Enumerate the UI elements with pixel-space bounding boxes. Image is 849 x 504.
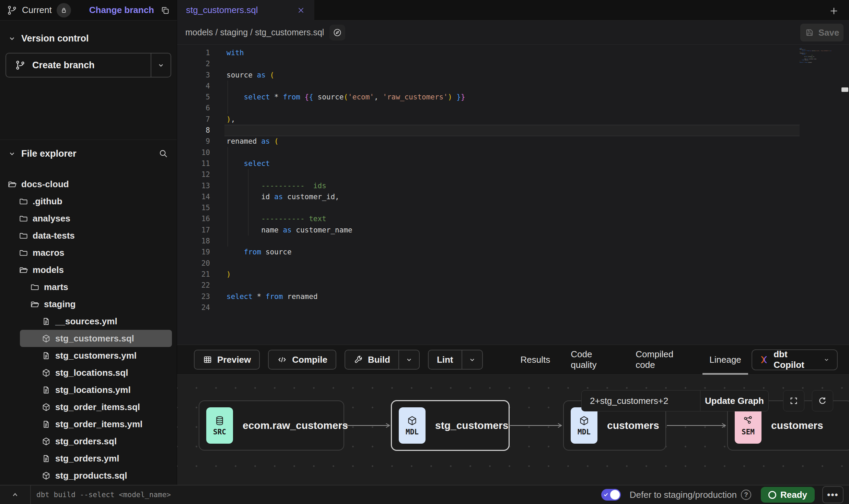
code-line-10[interactable]: 10 xyxy=(177,147,849,158)
tree-item-data-tests[interactable]: data-tests xyxy=(0,227,177,244)
folder-icon xyxy=(19,231,28,240)
preview-button[interactable]: Preview xyxy=(194,350,260,370)
line-number: 5 xyxy=(177,92,210,103)
code-line-12[interactable]: 12 xyxy=(177,169,849,180)
code-line-2[interactable]: 2 xyxy=(177,58,849,69)
new-tab-button[interactable] xyxy=(827,4,841,18)
tree-item-marts[interactable]: marts xyxy=(0,278,177,296)
code-line-5[interactable]: 5 select * from {{ source('ecom', 'raw_c… xyxy=(177,92,849,103)
line-number: 10 xyxy=(177,147,210,158)
code-line-23[interactable]: 23select * from renamed xyxy=(177,291,849,302)
lineage-node-ecom-raw-customers[interactable]: SRCecom.raw_customers xyxy=(199,400,344,451)
ready-status-badge[interactable]: Ready xyxy=(761,487,815,503)
fullscreen-icon xyxy=(789,396,799,406)
lineage-filter-input[interactable]: 2+stg_customers+2 xyxy=(581,390,700,411)
more-options-button[interactable]: ••• xyxy=(822,486,844,503)
tree-item-stg-products-sql[interactable]: stg_products.sql xyxy=(0,467,177,484)
tree-item-stg-order-items-yml[interactable]: stg_order_items.yml xyxy=(0,416,177,433)
fullscreen-button[interactable] xyxy=(783,390,804,411)
tree-item-stg-customers-yml[interactable]: stg_customers.yml xyxy=(0,347,177,364)
code-line-11[interactable]: 11 select xyxy=(177,158,849,169)
code-line-16[interactable]: 16 ---------- text xyxy=(177,213,849,224)
folder-icon xyxy=(30,283,39,292)
version-control-section: Version control Create branch xyxy=(0,21,177,140)
lint-dropdown[interactable] xyxy=(462,350,482,369)
tab-compiled-code[interactable]: Compiled code xyxy=(625,345,699,375)
code-line-13[interactable]: 13 ---------- ids xyxy=(177,180,849,191)
code-line-1[interactable]: 1with xyxy=(177,47,849,58)
lineage-edge xyxy=(345,423,391,428)
code-editor[interactable]: 1with23source as (45 select * from {{ so… xyxy=(177,45,849,345)
create-branch-main[interactable]: Create branch xyxy=(6,53,151,77)
code-line-14[interactable]: 14 id as customer_id, xyxy=(177,191,849,202)
line-content: ) xyxy=(210,269,231,280)
copy-branch-icon[interactable] xyxy=(160,5,170,15)
tree-item--sources-yml[interactable]: __sources.yml xyxy=(0,313,177,330)
lint-button[interactable]: Lint xyxy=(428,350,483,370)
code-line-20[interactable]: 20 xyxy=(177,258,849,269)
copilot-compass-button[interactable] xyxy=(329,25,345,40)
tree-item-analyses[interactable]: analyses xyxy=(0,210,177,227)
tab-lineage[interactable]: Lineage xyxy=(699,345,752,375)
command-input[interactable]: dbt build --select <model_name> xyxy=(36,491,171,499)
tree-item-label: models xyxy=(33,265,64,275)
create-branch-button[interactable]: Create branch xyxy=(5,53,171,77)
tree-item--github[interactable]: .github xyxy=(0,193,177,210)
update-graph-button[interactable]: Update Graph xyxy=(700,390,769,411)
chevron-down-icon xyxy=(157,61,165,69)
code-line-8[interactable]: 8 xyxy=(177,125,849,136)
tree-item-stg-locations-sql[interactable]: stg_locations.sql xyxy=(0,364,177,381)
line-number: 24 xyxy=(177,302,210,313)
scrollbar-thumb[interactable] xyxy=(841,87,848,92)
line-content: select * from renamed xyxy=(210,291,318,302)
code-line-24[interactable]: 24 xyxy=(177,302,849,313)
search-icon[interactable] xyxy=(158,148,168,159)
build-dropdown[interactable] xyxy=(398,350,419,369)
code-line-15[interactable]: 15 xyxy=(177,202,849,213)
tree-item-label: .github xyxy=(33,196,62,207)
tab-stg-customers[interactable]: stg_customers.sql xyxy=(177,0,314,21)
tree-item-macros[interactable]: macros xyxy=(0,244,177,261)
tab-results[interactable]: Results xyxy=(510,345,561,375)
code-line-21[interactable]: 21) xyxy=(177,269,849,280)
tree-item-staging[interactable]: staging xyxy=(0,296,177,313)
tab-close-icon[interactable] xyxy=(296,6,305,15)
dbt-copilot-button[interactable]: dbt Copilot xyxy=(752,349,838,370)
lineage-node-stg-customers[interactable]: MDLstg_customers xyxy=(391,400,509,451)
line-content: id as customer_id, xyxy=(210,191,339,202)
compile-button[interactable]: Compile xyxy=(268,350,336,370)
lineage-canvas[interactable]: SRCecom.raw_customersMDLstg_customersMDL… xyxy=(177,375,849,485)
tab-code-quality[interactable]: Code quality xyxy=(560,345,625,375)
chevron-up-icon xyxy=(11,490,20,499)
code-line-18[interactable]: 18 xyxy=(177,236,849,247)
tree-item-stg-order-items-sql[interactable]: stg_order_items.sql xyxy=(0,398,177,416)
collapse-command-bar-button[interactable] xyxy=(0,485,31,504)
build-button[interactable]: Build xyxy=(345,350,420,370)
file-explorer-header[interactable]: File explorer xyxy=(0,145,177,162)
tree-item-docs-cloud[interactable]: docs-cloud xyxy=(0,176,177,193)
dbt-copilot-label: dbt Copilot xyxy=(774,349,818,370)
tree-item-stg-orders-yml[interactable]: stg_orders.yml xyxy=(0,450,177,467)
tree-item-models[interactable]: models xyxy=(0,261,177,278)
code-line-9[interactable]: 9renamed as ( xyxy=(177,136,849,147)
tree-item-label: stg_customers.sql xyxy=(55,333,134,344)
version-control-header[interactable]: Version control xyxy=(5,29,171,48)
line-number: 4 xyxy=(177,81,210,92)
tree-item-stg-customers-sql[interactable]: stg_customers.sql xyxy=(20,330,172,347)
code-line-6[interactable]: 6 xyxy=(177,103,849,113)
code-line-4[interactable]: 4 xyxy=(177,81,849,92)
code-line-3[interactable]: 3source as ( xyxy=(177,70,849,81)
code-line-19[interactable]: 19 from source xyxy=(177,247,849,257)
tree-item-stg-locations-yml[interactable]: stg_locations.yml xyxy=(0,381,177,398)
defer-toggle[interactable] xyxy=(601,489,621,501)
minimap[interactable]: withsource as ( select * from {{ source(… xyxy=(800,48,834,63)
help-icon[interactable]: ? xyxy=(741,490,751,500)
tree-item-stg-orders-sql[interactable]: stg_orders.sql xyxy=(0,433,177,450)
create-branch-dropdown[interactable] xyxy=(151,53,171,77)
refresh-button[interactable] xyxy=(812,390,833,411)
change-branch-link[interactable]: Change branch xyxy=(89,5,154,15)
code-line-7[interactable]: 7), xyxy=(177,114,849,125)
code-line-22[interactable]: 22 xyxy=(177,280,849,291)
save-button[interactable]: Save xyxy=(800,24,844,41)
code-line-17[interactable]: 17 name as customer_name xyxy=(177,225,849,236)
